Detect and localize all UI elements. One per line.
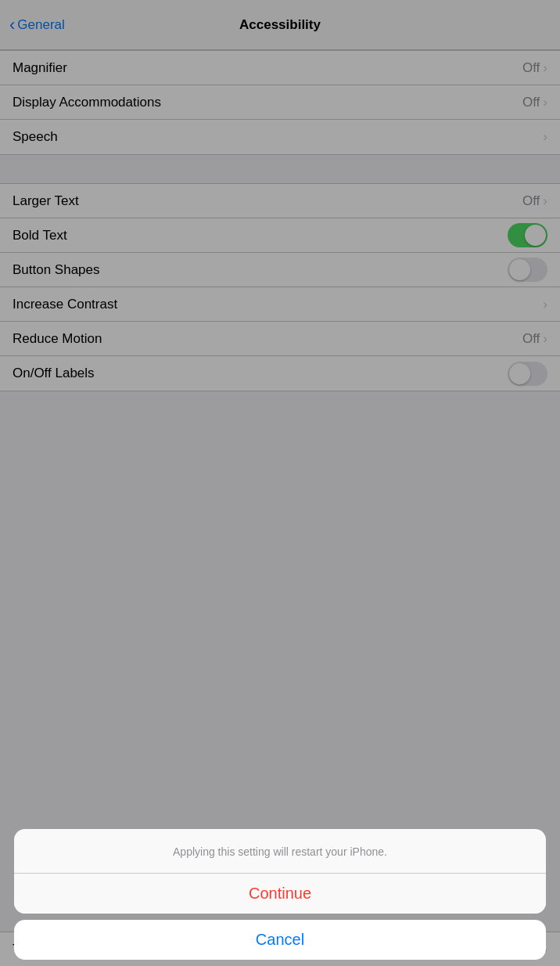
continue-button[interactable]: Continue (14, 874, 546, 914)
alert-message: Applying this setting will restart your … (14, 829, 546, 874)
alert-overlay: Applying this setting will restart your … (0, 0, 560, 966)
alert-box: Applying this setting will restart your … (14, 829, 546, 914)
alert-container: Applying this setting will restart your … (14, 829, 546, 960)
cancel-button[interactable]: Cancel (14, 920, 546, 960)
